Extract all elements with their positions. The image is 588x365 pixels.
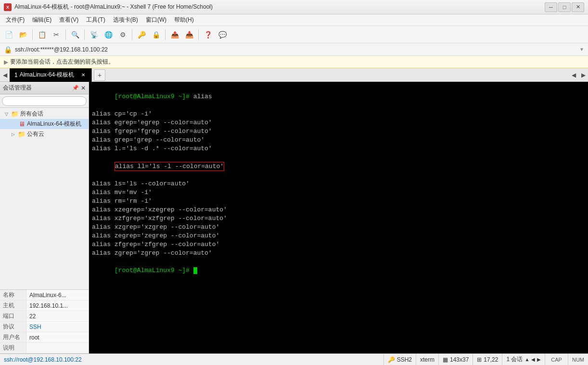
info-value-name: AlmaLinux-6...: [26, 292, 69, 299]
toolbar-btn-4[interactable]: 📡: [87, 28, 101, 41]
term-line-5: alias l.='ls -d .* --color=auto': [92, 144, 585, 153]
tab-close-button[interactable]: ✕: [80, 72, 87, 78]
status-position: 17,22: [484, 356, 498, 363]
toolbar-btn-9[interactable]: 📤: [168, 28, 181, 41]
term-line-15: alias zgrep='zgrep --color=auto': [92, 249, 585, 258]
expander-all-sessions: ▽: [3, 111, 10, 117]
term-line-9: alias rm='rm -i': [92, 197, 585, 206]
sessions-next-arrow[interactable]: ▶: [537, 357, 541, 362]
sessions-up-arrow[interactable]: ▲: [524, 357, 529, 362]
info-label-desc: 说明: [0, 343, 26, 353]
folder-icon-cloud: 📁: [18, 130, 26, 138]
sidebar-item-cloud[interactable]: ▷ 📁 公有云: [0, 129, 89, 139]
copy-button[interactable]: 📋: [35, 28, 49, 41]
info-row-protocol: 协议 SSH: [0, 322, 89, 332]
info-row-host: 主机 192.168.10.1...: [0, 300, 89, 311]
toolbar-sep-2: [65, 29, 66, 40]
toolbar-sep-3: [84, 29, 85, 40]
sidebar-close-icon[interactable]: ✕: [81, 85, 86, 91]
expander-almalinux: [10, 121, 16, 128]
session-info: 名称 AlmaLinux-6... 主机 192.168.10.1... 端口 …: [0, 289, 89, 353]
position-icon: ⊞: [477, 356, 482, 363]
toolbar-btn-5[interactable]: 🌐: [102, 28, 115, 41]
close-button[interactable]: ✕: [572, 2, 584, 12]
protocol-icon: 🔑: [388, 356, 395, 363]
term-line-1: alias cp='cp -i': [92, 110, 585, 118]
status-protocol: SSH2: [397, 356, 412, 363]
minimize-button[interactable]: ─: [545, 2, 557, 12]
status-protocol-segment: 🔑 SSH2: [383, 354, 412, 365]
info-value-host: 192.168.10.1...: [26, 302, 71, 309]
tab-active[interactable]: 1 AlmaLinux-64-模板机 ✕: [10, 68, 92, 82]
term-line-16: [root@AlmaLinux9 ~]#: [92, 258, 585, 284]
sidebar-search-input[interactable]: [2, 96, 87, 106]
tab-add-button[interactable]: +: [94, 69, 105, 81]
toolbar-sep-4: [132, 29, 132, 40]
menu-tabs[interactable]: 选项卡(B): [109, 15, 142, 25]
open-button[interactable]: 📂: [16, 28, 30, 41]
sidebar-tree: ▽ 📁 所有会话 🖥 AlmaLinux-64-模板机 ▷ 📁 公有云: [0, 108, 89, 289]
main-layout: 会话管理器 📌 ✕ ▽ 📁 所有会话 🖥 AlmaLinux-64-模板机 ▷: [0, 82, 588, 353]
title-bar-text: AlmaLinux-64-模板机 - root@AlmaLinux9:~ - X…: [14, 3, 545, 11]
info-label-username: 用户名: [0, 332, 26, 342]
terminal-area[interactable]: [root@AlmaLinux9 ~]# alias alias cp='cp …: [89, 82, 588, 353]
toolbar-sep-1: [32, 29, 33, 40]
tab-scroll-left[interactable]: ◀: [569, 68, 578, 82]
folder-icon-all-sessions: 📁: [11, 110, 19, 118]
tab-scroll-right[interactable]: ▶: [578, 68, 588, 82]
sidebar-item-all-sessions[interactable]: ▽ 📁 所有会话: [0, 109, 89, 119]
info-label-name: 名称: [0, 290, 26, 300]
sidebar-item-almalinux[interactable]: 🖥 AlmaLinux-64-模板机: [0, 119, 89, 129]
server-icon-almalinux: 🖥: [18, 120, 26, 128]
toolbar-btn-3[interactable]: 🔍: [68, 28, 82, 41]
term-line-11: alias xzfgrep='xzfgrep --color=auto': [92, 214, 585, 223]
term-line-0: [root@AlmaLinux9 ~]# alias: [92, 84, 585, 110]
toolbar-sep-5: [165, 29, 166, 40]
term-line-10: alias xzegrep='xzegrep --color=auto': [92, 206, 585, 214]
cut-button[interactable]: ✂: [50, 28, 63, 41]
menu-file[interactable]: 文件(F): [2, 15, 28, 25]
term-line-6: alias ll='ls -l --color=auto': [92, 153, 585, 180]
info-label-port: 端口: [0, 311, 26, 321]
status-sessions: 1 会话: [506, 355, 523, 364]
toolbar-btn-12[interactable]: 💬: [216, 28, 229, 41]
sidebar: 会话管理器 📌 ✕ ▽ 📁 所有会话 🖥 AlmaLinux-64-模板机 ▷: [0, 82, 89, 353]
status-dimensions: 143x37: [450, 356, 469, 363]
toolbar-btn-7[interactable]: 🔑: [135, 28, 148, 41]
address-bar: 🔒 ssh://root:******@192.168.10.100:22 ▼: [0, 43, 588, 56]
term-line-12: alias xzgrep='xzgrep --color=auto': [92, 223, 585, 232]
status-num-segment: NUM: [568, 354, 584, 365]
status-cap-segment: CAP: [545, 354, 564, 365]
menu-tools[interactable]: 工具(T): [82, 15, 109, 25]
tab-nav-arrows: ◀ ▶: [569, 68, 588, 82]
term-line-3: alias fgrep='fgrep --color=auto': [92, 127, 585, 136]
maximize-button[interactable]: □: [558, 2, 571, 12]
toolbar-btn-6[interactable]: ⚙: [116, 28, 129, 41]
sidebar-pin-icon[interactable]: 📌: [72, 85, 79, 91]
status-sessions-segment: 1 会话 ▲ ◀ ▶: [502, 354, 541, 365]
menu-edit[interactable]: 编辑(E): [28, 15, 55, 25]
info-row-desc: 说明: [0, 343, 89, 353]
toolbar-btn-10[interactable]: 📥: [182, 28, 196, 41]
menu-help[interactable]: 帮助(H): [170, 15, 198, 25]
status-bar: ssh://root@192.168.10.100:22 🔑 SSH2 xter…: [0, 353, 588, 365]
status-encoding-segment: xterm: [416, 354, 435, 365]
menu-window[interactable]: 窗口(W): [142, 15, 170, 25]
term-prompt-16: [root@AlmaLinux9 ~]#: [115, 267, 193, 274]
toolbar-btn-11[interactable]: ❓: [201, 28, 215, 41]
new-session-button[interactable]: 📄: [2, 28, 15, 41]
tab-nav-left[interactable]: ◀: [0, 68, 10, 82]
label-almalinux: AlmaLinux-64-模板机: [27, 120, 81, 128]
status-encoding: xterm: [420, 356, 435, 363]
term-line-14: alias zfgrep='zfgrep --color=auto': [92, 240, 585, 249]
sessions-prev-arrow[interactable]: ◀: [531, 357, 535, 362]
toolbar-btn-8[interactable]: 🔒: [149, 28, 163, 41]
address-dropdown-arrow[interactable]: ▼: [579, 47, 584, 52]
info-bar: ▶ 要添加当前会话，点击左侧的箭头按钮。: [0, 56, 588, 68]
label-all-sessions: 所有会话: [20, 110, 43, 118]
menu-view[interactable]: 查看(V): [55, 15, 82, 25]
status-path: ssh://root@192.168.10.100:22: [4, 356, 380, 363]
status-dimensions-segment: ▦ 143x37: [438, 354, 469, 365]
term-cursor: [193, 267, 197, 274]
term-line-2: alias egrep='egrep --color=auto': [92, 118, 585, 127]
